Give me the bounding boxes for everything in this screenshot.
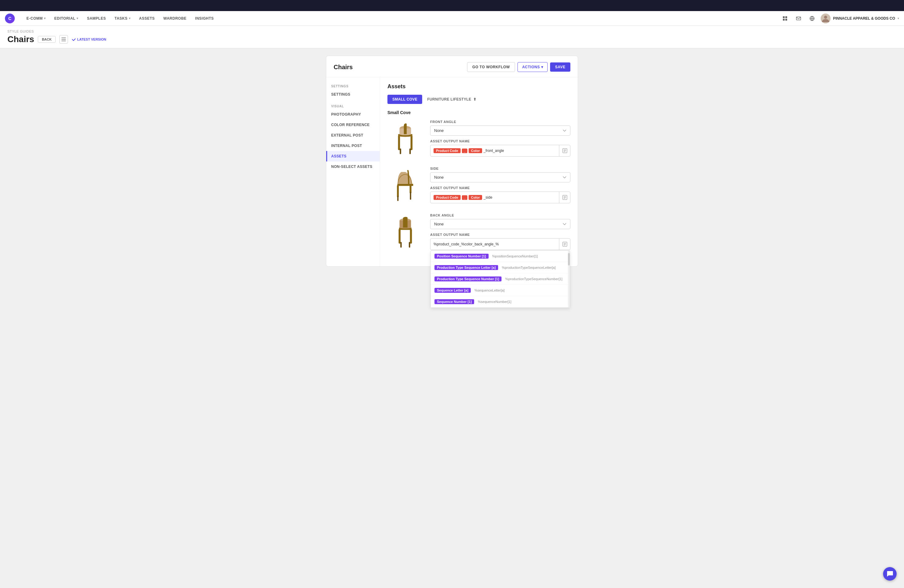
dash-separator-2: _ — [462, 195, 467, 200]
page-title-row: Chairs BACK LATEST VERSION — [7, 35, 897, 44]
sidebar-item-photography[interactable]: PHOTOGRAPHY — [326, 109, 380, 120]
suggestion-item-5[interactable]: Sequence Number [1] %sequenceNumber[1] — [431, 296, 570, 308]
actions-button[interactable]: ACTIONS ▾ — [517, 62, 548, 72]
color-tag-2: Color — [469, 195, 482, 200]
chevron-down-icon: ▾ — [129, 17, 131, 20]
nav-item-editorial[interactable]: EDITORIAL ▾ — [50, 11, 83, 26]
expand-icon-btn-2[interactable] — [559, 192, 570, 203]
suggestions-dropdown: Position Sequence Number [1] %positionSe… — [430, 250, 570, 308]
avatar — [821, 14, 831, 24]
asset-row-side: SIDE None ASSET OUTPUT NAME Product Code… — [387, 167, 571, 204]
save-button[interactable]: SAVE — [550, 62, 571, 72]
content-area: Chairs GO TO WORKFLOW ACTIONS ▾ SAVE SET… — [0, 48, 904, 588]
asset-fields-back-angle: BACK ANGLE None ASSET OUTPUT NAME — [430, 213, 571, 250]
expand-icon-btn-3[interactable] — [559, 239, 570, 250]
mail-icon-btn[interactable] — [793, 14, 803, 24]
back-button[interactable]: BACK — [38, 36, 56, 43]
tabs-row: SMALL COVE FURNITURE LIFESTYLE ⬆ — [387, 95, 571, 104]
sidebar-item-non-select-assets[interactable]: NON-SELECT ASSETS — [326, 161, 380, 172]
front-angle-suffix: _front_angle — [484, 149, 504, 153]
breadcrumb: STYLE GUIDES — [7, 30, 897, 33]
nav-item-insights[interactable]: INSIGHTS — [191, 11, 218, 26]
expand-icon-btn[interactable] — [559, 145, 570, 156]
upload-icon: ⬆ — [473, 97, 476, 101]
svg-rect-0 — [783, 16, 785, 18]
suggestion-item-1[interactable]: Position Sequence Number [1] %positionSe… — [431, 251, 570, 262]
asset-row-front-angle: FRONT ANGLE None ASSET OUTPUT NAME Produ… — [387, 120, 571, 157]
main-nav: C E-COMM ▾ EDITORIAL ▾ SAMPLES TASKS ▾ A… — [0, 11, 904, 26]
go-to-workflow-button[interactable]: GO TO WORKFLOW — [467, 62, 515, 72]
scrollbar-track — [568, 251, 570, 308]
side-output-label: ASSET OUTPUT NAME — [430, 186, 571, 190]
dash-separator: _ — [462, 149, 467, 153]
sidebar-item-internal-post[interactable]: INTERNAL POST — [326, 141, 380, 151]
side-select[interactable]: None — [430, 172, 571, 182]
page-title: Chairs — [7, 35, 34, 44]
asset-fields-side: SIDE None ASSET OUTPUT NAME Product Code… — [430, 167, 571, 203]
back-angle-text-input[interactable] — [430, 240, 559, 248]
nav-item-wardrobe[interactable]: WARDROBE — [159, 11, 191, 26]
side-label: SIDE — [430, 167, 571, 171]
suggestion-code-5: %sequenceNumber[1] — [478, 300, 511, 303]
nav-item-samples[interactable]: SAMPLES — [83, 11, 111, 26]
suggestion-item-4[interactable]: Sequence Letter [a] %sequenceLetter[a] — [431, 285, 570, 296]
svg-rect-2 — [783, 19, 785, 21]
back-angle-select[interactable]: None — [430, 219, 571, 229]
chat-fab[interactable] — [883, 567, 897, 581]
sidebar-section-visual: VISUAL — [326, 102, 380, 109]
chevron-down-icon: ▾ — [44, 17, 46, 20]
asset-image-side — [387, 167, 423, 204]
nav-item-assets[interactable]: ASSETS — [135, 11, 159, 26]
main-card: Chairs GO TO WORKFLOW ACTIONS ▾ SAVE SET… — [326, 56, 578, 267]
sidebar-item-color-reference[interactable]: COLOR REFERENCE — [326, 120, 380, 130]
suggestion-tag-1: Position Sequence Number [1] — [435, 254, 488, 259]
svg-rect-4 — [797, 17, 801, 20]
grid-icon-btn[interactable] — [780, 14, 790, 24]
list-view-button[interactable] — [59, 35, 68, 44]
version-badge: LATEST VERSION — [72, 37, 106, 41]
color-tag: Color — [469, 148, 482, 153]
front-angle-select[interactable]: None — [430, 125, 571, 136]
user-company-name: PINNACLE APPAREL & GOODS CO — [833, 16, 895, 21]
sidebar-item-assets[interactable]: ASSETS — [326, 151, 380, 161]
suggestion-code-2: %productionTypeSequenceLetter[a] — [502, 266, 556, 269]
sidebar: SETTINGS SETTINGS VISUAL PHOTOGRAPHY COL… — [326, 77, 380, 266]
card-header: Chairs GO TO WORKFLOW ACTIONS ▾ SAVE — [326, 56, 578, 77]
front-angle-output-inner: Product Code _ Color _front_angle — [430, 146, 559, 155]
suggestion-tag-4: Sequence Letter [a] — [435, 288, 471, 293]
side-output-name: Product Code _ Color _side — [430, 191, 571, 203]
svg-point-7 — [824, 16, 827, 19]
suggestion-item-2[interactable]: Production Type Sequence Letter [a] %pro… — [431, 262, 570, 273]
side-output-inner: Product Code _ Color _side — [430, 193, 559, 202]
card-title: Chairs — [333, 64, 353, 71]
user-area[interactable]: PINNACLE APPAREL & GOODS CO ▾ — [821, 14, 899, 24]
tab-furniture-lifestyle[interactable]: FURNITURE LIFESTYLE ⬆ — [422, 95, 481, 104]
suggestion-code-1: %positionSequenceNumber[1] — [492, 254, 538, 258]
card-body: SETTINGS SETTINGS VISUAL PHOTOGRAPHY COL… — [326, 77, 578, 266]
nav-item-tasks[interactable]: TASKS ▾ — [110, 11, 135, 26]
sidebar-item-settings[interactable]: SETTINGS — [326, 89, 380, 100]
back-angle-label: BACK ANGLE — [430, 213, 571, 217]
suggestion-code-4: %sequenceLetter[a] — [474, 288, 504, 292]
page-header: STYLE GUIDES Chairs BACK LATEST VERSION — [0, 26, 904, 48]
svg-rect-3 — [785, 19, 787, 21]
app-logo[interactable]: C — [5, 14, 15, 24]
suggestion-item-3[interactable]: Production Type Sequence Number [1] %pro… — [431, 273, 570, 285]
nav-right: PINNACLE APPAREL & GOODS CO ▾ — [780, 14, 899, 24]
sidebar-item-external-post[interactable]: EXTERNAL POST — [326, 130, 380, 141]
assets-section-title: Assets — [387, 83, 571, 90]
svg-rect-1 — [785, 16, 787, 18]
main-panel: Assets SMALL COVE FURNITURE LIFESTYLE ⬆ … — [380, 77, 578, 266]
back-angle-output-name: Position Sequence Number [1] %positionSe… — [430, 238, 571, 250]
tab-small-cove[interactable]: SMALL COVE — [387, 95, 422, 104]
suggestion-tag-2: Production Type Sequence Letter [a] — [435, 265, 498, 270]
front-angle-output-name: Product Code _ Color _front_angle — [430, 145, 571, 156]
asset-row-back-angle: BACK ANGLE None ASSET OUTPUT NAME — [387, 213, 571, 250]
user-chevron-icon: ▾ — [898, 17, 899, 20]
globe-icon-btn[interactable] — [807, 14, 817, 24]
back-angle-output-label: ASSET OUTPUT NAME — [430, 233, 571, 237]
scrollbar-thumb[interactable] — [568, 253, 570, 266]
nav-item-ecomm[interactable]: E-COMM ▾ — [22, 11, 50, 26]
chevron-down-icon: ▾ — [77, 17, 78, 20]
product-code-tag: Product Code — [433, 148, 461, 153]
